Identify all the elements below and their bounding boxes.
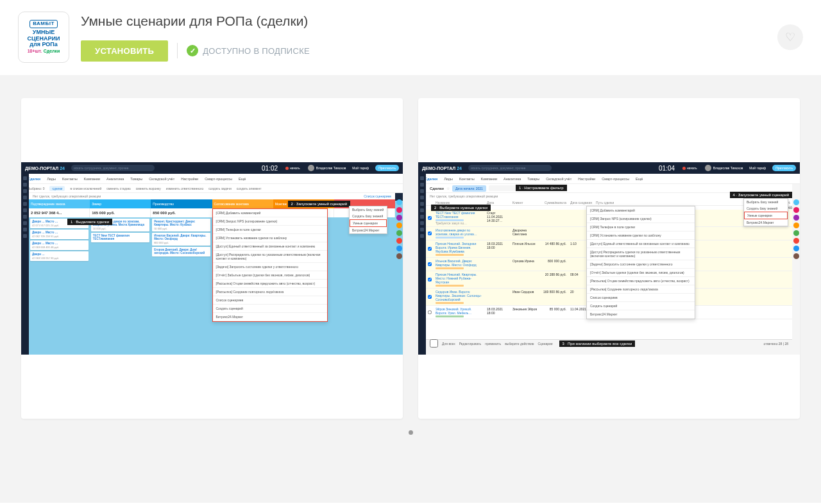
row-checkbox[interactable] xyxy=(428,278,432,281)
tariff-link[interactable]: Мой тариф xyxy=(749,166,766,170)
toolbar-item[interactable]: сменить воронку xyxy=(136,187,161,190)
dropdown-item[interactable]: Список сценариев xyxy=(213,296,327,305)
menu-item[interactable]: Настройки xyxy=(578,177,595,181)
menu-item[interactable]: Товары xyxy=(130,177,142,181)
footer-action[interactable]: Редактировать xyxy=(459,342,482,346)
menu-item[interactable]: Лиды xyxy=(444,177,453,181)
scenario-small-menu[interactable]: Выбрать базу знанийСоздать базу знанийУм… xyxy=(743,198,788,226)
dropdown-item[interactable]: [CRM] Запрос NPS (копирование сделки) xyxy=(587,215,695,223)
kanban-stage-header[interactable]: Подтверждение заказа xyxy=(29,199,90,208)
dropdown-item[interactable]: Создать сценарий xyxy=(213,305,327,313)
kanban-stage-header[interactable]: Производство xyxy=(151,199,212,208)
dropdown-item[interactable]: [CRM] Добавить комментарий xyxy=(587,206,695,215)
dropdown-item[interactable]: Умные сценарии xyxy=(350,219,387,227)
dropdown-item[interactable]: Выбрать базу знаний xyxy=(350,206,387,213)
menu-item[interactable]: Сделки xyxy=(425,177,437,181)
dropdown-item[interactable]: [CRM] Установить название сделки по шабл… xyxy=(587,231,695,240)
dropdown-item[interactable]: [Доступ] Единый ответственный за связанн… xyxy=(213,242,327,251)
dropdown-item[interactable]: Битрикс24.Маркет xyxy=(587,310,695,319)
dropdown-item[interactable]: [Отчёт] Забытые сделки (сделки без звонк… xyxy=(587,269,695,277)
scenario-small-menu[interactable]: Выбрать базу знанийСоздать базу знанийУм… xyxy=(349,206,387,234)
dropdown-item[interactable]: [CRM] Телефон в поле сделки xyxy=(213,226,327,234)
kanban-card[interactable]: Ремонт. Кристкурант: Двери: Квартиры. Ме… xyxy=(152,219,210,231)
menu-item[interactable]: Смарт-процессы xyxy=(602,177,629,181)
favorite-button[interactable]: ♡ xyxy=(777,24,803,50)
kanban-stage-header[interactable]: Согласование монтажа xyxy=(212,199,273,208)
user-menu[interactable]: Владислав Тимохов xyxy=(705,165,743,171)
dropdown-item[interactable]: Создать сценарий xyxy=(587,302,695,310)
kanban-card[interactable]: Двери … Место …42 062 709 258 91 руб. xyxy=(30,230,89,239)
record-button[interactable]: начать xyxy=(285,166,300,170)
menu-item[interactable]: Контакты xyxy=(62,177,78,181)
dropdown-item[interactable]: [Задачи] Запросить состояние сделки у от… xyxy=(587,260,695,269)
dropdown-item[interactable]: [Задачи] Запросить состояние сделки у от… xyxy=(213,263,327,271)
footer-action[interactable]: выберите действие xyxy=(505,342,534,346)
dropdown-item[interactable]: [Рассылка] Отцам семейства предложить ав… xyxy=(587,277,695,285)
tariff-link[interactable]: Мой тариф xyxy=(352,166,369,170)
kanban-card[interactable]: Двери …42 063 533 052 90 руб. xyxy=(30,251,89,261)
footer-action[interactable]: применить xyxy=(485,342,501,346)
row-checkbox[interactable] xyxy=(428,295,432,299)
menu-item[interactable]: Настройки xyxy=(181,177,198,181)
kanban-stage-header[interactable]: Замер xyxy=(90,199,151,208)
menu-item[interactable]: Сделки xyxy=(28,177,40,181)
toolbar-item[interactable]: Выбрано: 0 xyxy=(28,187,44,190)
toolbar-item[interactable]: изменить ответственного xyxy=(166,187,204,190)
dropdown-item[interactable]: [CRM] Добавить комментарий xyxy=(213,209,327,217)
column-header[interactable]: Клиент xyxy=(511,199,539,205)
dropdown-item[interactable]: [CRM] Установить название сделки по шабл… xyxy=(213,234,327,242)
menu-item[interactable]: Лиды xyxy=(47,177,56,181)
footer-action[interactable]: Для всех xyxy=(442,342,455,346)
kanban-card[interactable]: Двери … Место …42 063 668 400 48 руб. xyxy=(30,240,89,250)
menu-item[interactable]: Смарт-процессы xyxy=(205,177,232,181)
footer-action[interactable]: Сценарии xyxy=(538,342,553,346)
row-checkbox[interactable] xyxy=(428,216,432,220)
toolbar-item[interactable]: создать элемент xyxy=(237,187,262,190)
toolbar-item[interactable]: сменить стадию xyxy=(106,187,131,190)
dropdown-item[interactable]: Битрикс24.Маркет xyxy=(350,227,387,233)
toolbar-item[interactable]: сделки xyxy=(49,186,65,191)
dropdown-item[interactable]: Умные сценарии xyxy=(744,212,788,219)
user-menu[interactable]: Владислав Тимохов xyxy=(308,165,346,171)
row-checkbox[interactable] xyxy=(428,262,432,266)
dropdown-item[interactable]: Список сценариев xyxy=(587,294,695,302)
dropdown-item[interactable]: Создать базу знаний xyxy=(350,213,387,219)
kanban-card[interactable]: Егоров Дмитрий. Двери: Дом/загородка. Ме… xyxy=(152,247,210,256)
scenario-dropdown[interactable]: [CRM] Добавить комментарий[CRM] Запрос N… xyxy=(212,208,328,322)
menu-item[interactable]: Ещё xyxy=(636,177,643,181)
kanban-card[interactable]: ТЕСТ New ТЕСТ фамилия ТЕСТлампания xyxy=(91,233,149,242)
menu-item[interactable]: Компании xyxy=(84,177,100,181)
dropdown-item[interactable]: [Доступ] Единый ответственный за связанн… xyxy=(587,240,695,248)
scenario-link[interactable]: Список сценариев xyxy=(364,194,391,198)
select-all-checkbox[interactable] xyxy=(430,339,438,348)
invite-button[interactable]: Пригласить xyxy=(375,165,399,171)
row-checkbox[interactable] xyxy=(428,310,432,314)
dropdown-item[interactable]: Создать базу знаний xyxy=(744,205,788,212)
column-header[interactable]: Путь сделки xyxy=(594,199,759,205)
global-search[interactable]: искать сотрудника, документ, прочее xyxy=(71,165,155,171)
menu-item[interactable]: Товары xyxy=(527,177,539,181)
toolbar-item[interactable]: в списке исключений xyxy=(70,187,101,190)
kanban-card[interactable]: Игнатов Василий. Двери: Квартиры. Место:… xyxy=(152,233,210,246)
dropdown-item[interactable]: [CRM] Запрос NPS (копирование сделки) xyxy=(213,217,327,226)
dropdown-item[interactable]: [Отчёт] Забытые сделки (сделки без звонк… xyxy=(213,271,327,280)
invite-button[interactable]: Пригласить xyxy=(772,165,796,171)
column-header[interactable]: Дата создания xyxy=(568,199,594,205)
carousel-dot[interactable] xyxy=(409,430,413,435)
filter-pill[interactable]: Дата начала: 2021 xyxy=(452,185,486,192)
menu-item[interactable]: Складской учёт xyxy=(149,177,174,181)
row-checkbox[interactable] xyxy=(428,247,432,251)
dropdown-item[interactable]: Битрикс24.Маркет xyxy=(744,219,788,226)
dropdown-item[interactable]: [Рассылка] Создание повторного лида/зака… xyxy=(587,285,695,294)
row-checkbox[interactable] xyxy=(428,231,432,235)
column-header[interactable]: Сумма/валюта xyxy=(539,199,568,205)
dropdown-item[interactable]: Битрикс24.Маркет xyxy=(213,313,327,321)
dropdown-item[interactable]: [Рассылка] Создание повторного лида/зака… xyxy=(213,288,327,296)
menu-item[interactable]: Ещё xyxy=(239,177,246,181)
global-search[interactable]: искать сотрудника, документ, прочее xyxy=(468,165,552,171)
record-button[interactable]: начать xyxy=(682,166,697,170)
install-button[interactable]: УСТАНОВИТЬ xyxy=(81,40,168,62)
dropdown-item[interactable]: Выбрать базу знаний xyxy=(744,199,788,205)
toolbar-item[interactable]: создать задачи xyxy=(208,187,231,190)
menu-item[interactable]: Аналитика xyxy=(106,177,124,181)
